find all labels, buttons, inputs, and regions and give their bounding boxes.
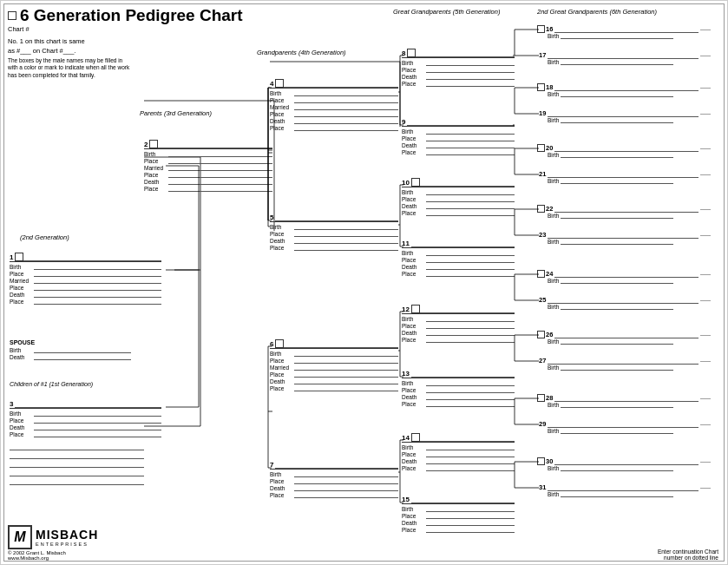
bottom-note: Enter continuation Chart number on dotte… — [658, 549, 718, 561]
person-10: 10 Birth Place Death Place — [402, 178, 515, 217]
person-15: 15 Birth Place Death Place — [402, 496, 515, 534]
spouse-label: SPOUSE — [10, 339, 131, 345]
person-29: 29 —— Birth — [537, 420, 711, 434]
chart-number-label: Chart # — [8, 25, 30, 33]
person-9: 9 Birth Place Death Place — [402, 118, 515, 156]
gen6-label: 2nd Great Grandparents (6th Generation) — [537, 8, 657, 16]
person-20: 20 —— Birth — [537, 144, 711, 158]
person-12: 12 Birth Place Death Place — [402, 305, 515, 344]
person-26: 26 —— Birth — [537, 331, 711, 345]
gen3-label: Parents (3rd Generation) — [140, 109, 212, 117]
person-8: 8 Birth Place Death Place — [402, 49, 515, 88]
person-3: 3 Birth Place Death Place — [10, 400, 161, 438]
person-24: 24 —— Birth — [537, 270, 711, 284]
person-25: 25 —— Birth — [537, 296, 711, 310]
gen4-label: Grandparents (4th Generation) — [257, 49, 346, 56]
person-1: 1 Birth Place Married Place Death Place — [10, 253, 161, 305]
person-30: 30 —— Birth — [537, 457, 711, 471]
chart-number-box — [8, 11, 16, 20]
person-4: 4 Birth Place Married Place Death Place — [270, 79, 398, 132]
logo-website: www.Misbach.org — [8, 555, 98, 561]
person-2: 2 Birth Place Married Place Death Place — [144, 140, 272, 193]
logo-main: MISBACH — [36, 528, 98, 542]
person-28: 28 —— Birth — [537, 394, 711, 408]
person-31: 31 —— Birth — [537, 483, 711, 497]
pedigree-chart-page: 6 Generation Pedigree Chart Chart # No. … — [0, 0, 728, 565]
children-label: Children of #1 (1st Generation) — [10, 381, 135, 387]
person-7: 7 Birth Place Death Place — [270, 461, 398, 499]
person-17: 17 —— Birth — [537, 51, 711, 65]
note-text: The boxes by the male names may be fille… — [8, 57, 134, 79]
page-title: 6 Generation Pedigree Chart — [20, 6, 243, 25]
logo-sub: ENTERPRISES — [36, 542, 98, 547]
person-6: 6 Birth Place Married Place Death Place — [270, 339, 398, 392]
gen2-label: (2nd Generation) — [20, 233, 69, 241]
spouse-block: SPOUSE Birth Death — [10, 339, 131, 361]
person-23: 23 —— Birth — [537, 231, 711, 245]
person-18: 18 —— Birth — [537, 83, 711, 97]
logo-area: M MISBACH ENTERPRISES © 2002 Grant L. Mi… — [8, 525, 98, 561]
person-5: 5 Birth Place Death Place — [270, 214, 398, 252]
person-19: 19 —— Birth — [537, 109, 711, 123]
person-14: 14 Birth Place Death Place — [402, 433, 515, 472]
info-text: No. 1 on this chart is same as #___ on C… — [8, 37, 85, 56]
gen5-label: Great Grandparents (5th Generation) — [393, 8, 500, 16]
person-21: 21 —— Birth — [537, 170, 711, 184]
person-16: 16 —— Birth — [537, 25, 711, 39]
person-22: 22 —— Birth — [537, 205, 711, 219]
person-11: 11 Birth Place Death Place — [402, 240, 515, 278]
person-13: 13 Birth Place Death Place — [402, 370, 515, 408]
person-27: 27 —— Birth — [537, 357, 711, 371]
